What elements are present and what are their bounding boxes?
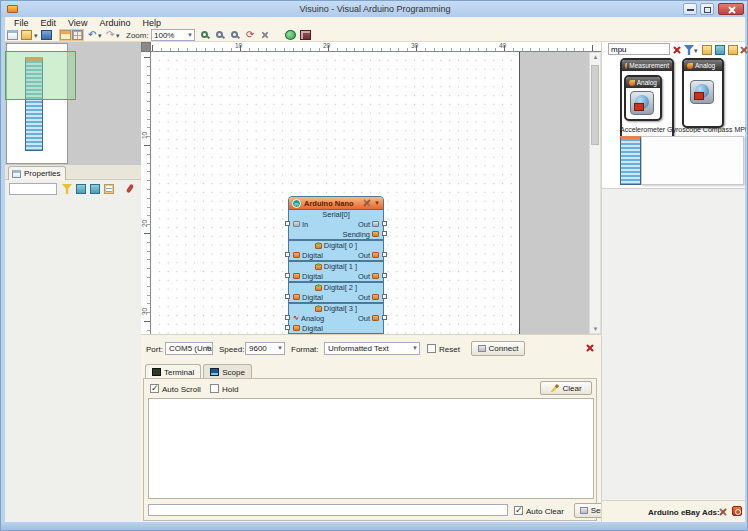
redo-dropdown-icon[interactable]: ▾: [116, 32, 120, 40]
properties-filter-input[interactable]: [9, 183, 57, 195]
menu-edit[interactable]: Edit: [36, 18, 62, 28]
input-pin[interactable]: [285, 325, 290, 330]
output-pin[interactable]: [382, 252, 387, 257]
input-pin[interactable]: [285, 315, 290, 320]
scroll-down-icon[interactable]: ▼: [591, 326, 600, 332]
component-search-input[interactable]: [608, 43, 670, 55]
format-select[interactable]: Unformatted Text ▼: [324, 342, 420, 355]
port-select[interactable]: COM5 (Unava ▼: [165, 342, 213, 355]
canvas-vertical-scrollbar[interactable]: ▲ ▼: [589, 52, 601, 334]
expand-categories-icon[interactable]: [715, 45, 725, 55]
tab-terminal[interactable]: Terminal: [145, 364, 201, 379]
package-icon[interactable]: [300, 30, 311, 40]
scrollbar-thumb[interactable]: [591, 65, 599, 145]
undo-icon[interactable]: ↶: [88, 29, 96, 40]
input-pin[interactable]: [285, 294, 290, 299]
category-view-icon[interactable]: [104, 184, 114, 194]
navigator-viewport-rect[interactable]: [5, 51, 76, 100]
menu-arduino[interactable]: Arduino: [94, 18, 135, 28]
redo-icon[interactable]: ↷: [106, 29, 114, 40]
undo-dropdown-icon[interactable]: ▾: [98, 32, 102, 40]
palette-filter-icon[interactable]: [684, 45, 694, 55]
tab-properties[interactable]: Properties: [8, 166, 66, 180]
subcategory-header[interactable]: Analog: [626, 77, 660, 88]
subcategory-card-analog[interactable]: Analog: [624, 75, 662, 121]
collapse-categories-icon[interactable]: [728, 45, 738, 55]
speed-select[interactable]: 9600 ▼: [245, 342, 285, 355]
output-pin[interactable]: [382, 294, 387, 299]
overview-navigator[interactable]: [5, 42, 141, 165]
mpu9250-component-icon[interactable]: [690, 80, 714, 104]
chevron-down-icon[interactable]: ▼: [374, 200, 380, 206]
category-card-analog[interactable]: Analog: [682, 58, 724, 128]
menu-help[interactable]: Help: [137, 18, 166, 28]
grid-toggle-icon[interactable]: [72, 30, 83, 40]
input-pin[interactable]: [285, 273, 290, 278]
serial-out-icon: [372, 221, 379, 227]
output-pin[interactable]: [382, 231, 387, 236]
ads-close-icon[interactable]: [732, 506, 742, 516]
search-result-thumbnail[interactable]: [620, 136, 641, 185]
new-document-icon[interactable]: [7, 30, 18, 40]
filter-icon[interactable]: [62, 184, 72, 194]
mpu9250-component-icon[interactable]: [630, 91, 654, 115]
send-input[interactable]: [148, 504, 508, 516]
scroll-up-icon[interactable]: ▲: [591, 54, 600, 60]
pin-icon[interactable]: [126, 184, 134, 194]
clear-search-icon[interactable]: [672, 45, 681, 54]
input-pin[interactable]: [285, 252, 290, 257]
category-header[interactable]: Measurement: [622, 60, 672, 71]
zoom-select[interactable]: 100% ▼: [151, 29, 195, 41]
open-dropdown-icon[interactable]: ▾: [34, 32, 38, 40]
refresh-icon[interactable]: ⟳: [246, 29, 254, 40]
save-icon[interactable]: [41, 30, 52, 40]
minimize-button[interactable]: [683, 3, 697, 15]
layout-toggle-icon[interactable]: [60, 30, 71, 40]
arduino-nano-component[interactable]: ∞ Arduino Nano ▼ Serial[0] In Out: [288, 196, 384, 334]
web-icon[interactable]: [285, 30, 296, 40]
hold-checkbox[interactable]: [210, 384, 219, 393]
component-tools-icon[interactable]: [363, 199, 371, 207]
zoom-out-icon[interactable]: [216, 31, 223, 38]
reset-label: Reset: [439, 345, 460, 354]
palette-tools-icon[interactable]: [740, 46, 748, 54]
terminal-output[interactable]: [148, 398, 594, 499]
search-result-label: Accelerometer Gyroscope Compass MPU9250 …: [620, 126, 746, 133]
collapse-all-icon[interactable]: [90, 184, 100, 194]
category-icon: [625, 63, 627, 69]
design-canvas[interactable]: 10 20 30 40 10 20 30 ▲ ▼: [141, 42, 601, 334]
output-pin[interactable]: [382, 221, 387, 226]
ads-tools-icon[interactable]: [718, 507, 727, 516]
menu-file[interactable]: File: [9, 18, 34, 28]
clear-button[interactable]: Clear: [540, 381, 592, 395]
connect-button[interactable]: Connect: [471, 341, 525, 356]
filter-dropdown-icon[interactable]: ▾: [694, 47, 698, 55]
maximize-button[interactable]: [700, 3, 714, 15]
close-button[interactable]: [718, 3, 744, 15]
menu-view[interactable]: View: [63, 18, 92, 28]
out-label: Out: [358, 251, 370, 260]
zoom-in-icon[interactable]: [201, 31, 208, 38]
input-pin[interactable]: [285, 221, 290, 226]
component-header[interactable]: ∞ Arduino Nano ▼: [289, 197, 383, 210]
clear-icon: [550, 384, 559, 392]
connect-label: Connect: [489, 344, 519, 353]
auto-clear-checkbox[interactable]: [514, 506, 523, 515]
open-icon[interactable]: [21, 30, 32, 40]
output-pin[interactable]: [382, 273, 387, 278]
search-result-item[interactable]: [641, 136, 744, 185]
category-header[interactable]: Analog: [684, 60, 722, 71]
tab-scope[interactable]: Scope: [203, 364, 252, 379]
reset-checkbox[interactable]: [427, 344, 436, 353]
auto-scroll-checkbox[interactable]: [150, 384, 159, 393]
disconnect-icon[interactable]: [585, 343, 594, 352]
chevron-down-icon: ▼: [187, 32, 193, 38]
expand-all-icon[interactable]: [76, 184, 86, 194]
output-pin[interactable]: [382, 315, 387, 320]
zoom-fit-icon[interactable]: [231, 31, 238, 38]
new-category-icon[interactable]: [702, 45, 712, 55]
delete-icon[interactable]: [261, 31, 269, 39]
hold-label: Hold: [222, 385, 238, 394]
category-label: Analog: [695, 62, 715, 69]
section-title-label: Digital[ 1 ]: [324, 262, 357, 271]
